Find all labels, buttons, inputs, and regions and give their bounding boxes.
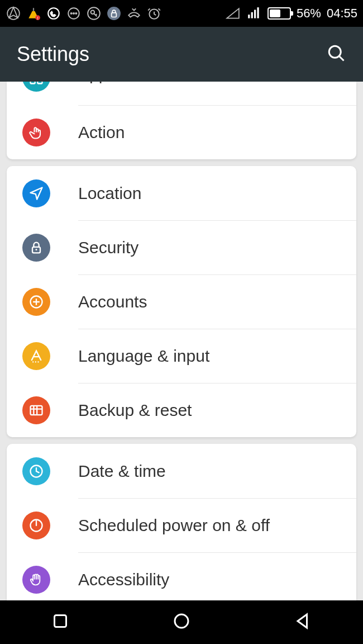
settings-item-label: Security [78, 238, 138, 257]
svg-point-7 [75, 13, 77, 14]
home-button[interactable] [171, 611, 192, 633]
clock-icon [22, 457, 50, 485]
palm-icon [22, 566, 50, 594]
settings-item-backup[interactable]: Backup & reset [7, 383, 356, 437]
svg-point-17 [329, 46, 341, 58]
cleaner-icon: ! [26, 6, 41, 21]
svg-rect-14 [251, 12, 252, 18]
settings-item-action[interactable]: Action [7, 105, 356, 159]
svg-point-3 [48, 8, 59, 19]
settings-item-accessibility[interactable]: Accessibility [7, 552, 356, 600]
settings-item-label: Accessibility [78, 570, 169, 589]
lock-status-icon [106, 6, 122, 21]
status-icons-right: 56% 04:55 [225, 6, 357, 21]
settings-item-label: Accounts [78, 292, 147, 311]
settings-item-security[interactable]: Security [7, 220, 356, 274]
settings-item-label: Location [78, 184, 141, 203]
page-title: Settings [17, 42, 89, 66]
settings-item-label: Apps [78, 82, 116, 84]
svg-rect-13 [248, 15, 250, 18]
settings-group: AppsAction [7, 82, 356, 159]
settings-group: LocationSecurityAccountsLanguage & input… [7, 166, 356, 437]
search-button[interactable] [326, 43, 346, 65]
svg-rect-16 [257, 7, 259, 18]
system-nav-bar [0, 600, 363, 644]
language-icon [22, 342, 50, 370]
status-icons-left: ! [6, 6, 221, 21]
svg-rect-18 [55, 615, 66, 627]
settings-item-label: Backup & reset [78, 401, 192, 420]
accounts-icon [22, 288, 50, 316]
missed-call-icon [126, 6, 142, 21]
app-header: Settings [0, 27, 363, 82]
hand-icon [22, 119, 50, 146]
svg-point-10 [107, 7, 121, 20]
apps-icon [22, 82, 50, 92]
settings-item-apps[interactable]: Apps [7, 82, 356, 105]
backup-icon [22, 396, 50, 424]
whatsapp-icon [46, 6, 61, 21]
settings-item-label: Action [78, 123, 125, 142]
svg-point-6 [73, 13, 74, 14]
svg-point-5 [71, 13, 72, 14]
status-bar: ! 56% 04:55 [0, 0, 363, 27]
chat-icon [66, 6, 82, 21]
settings-item-powerschedule[interactable]: Scheduled power on & off [7, 498, 356, 552]
location-icon [22, 179, 50, 207]
settings-item-language[interactable]: Language & input [7, 329, 356, 383]
svg-rect-15 [254, 10, 256, 18]
settings-item-accounts[interactable]: Accounts [7, 274, 356, 329]
clock-text: 04:55 [327, 6, 357, 21]
signal-triangle-icon [225, 6, 241, 21]
settings-group: Date & timeScheduled power on & offAcces… [7, 444, 356, 600]
settings-list: AppsActionLocationSecurityAccountsLangua… [0, 82, 363, 600]
battery-percent: 56% [297, 6, 321, 21]
battery-icon [268, 7, 291, 20]
settings-item-datetime[interactable]: Date & time [7, 444, 356, 498]
svg-text:!: ! [37, 16, 39, 21]
svg-point-19 [175, 614, 188, 628]
back-button[interactable] [293, 611, 313, 633]
settings-item-label: Date & time [78, 462, 166, 481]
signal-bars-icon [246, 6, 262, 21]
lock-icon [22, 234, 50, 262]
settings-item-label: Language & input [78, 347, 209, 366]
app-icon-1 [6, 6, 21, 21]
key-icon [86, 6, 102, 21]
power-icon [22, 512, 50, 539]
alarm-icon [146, 6, 162, 21]
settings-item-label: Scheduled power on & off [78, 516, 270, 535]
settings-item-location[interactable]: Location [7, 166, 356, 220]
recents-button[interactable] [50, 611, 70, 633]
